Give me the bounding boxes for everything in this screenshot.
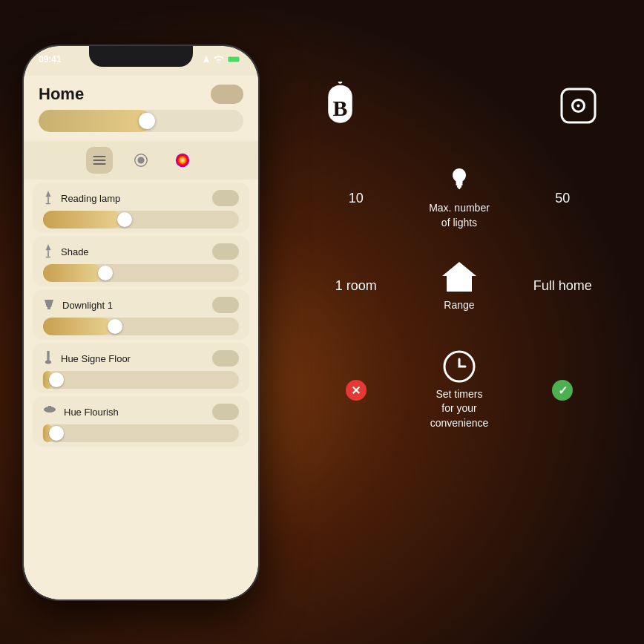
phone-notch: [89, 46, 193, 67]
lights-min-value: 10: [304, 191, 407, 206]
app-header: Home: [24, 76, 258, 110]
no-timers-icon: ✕: [346, 380, 367, 401]
bluetooth-feature: B: [320, 82, 361, 130]
light-item-row-2: Shade: [43, 243, 239, 260]
svg-rect-12: [47, 361, 49, 363]
lights-max-value: 50: [511, 191, 614, 206]
range-min: 1 room: [304, 278, 407, 294]
bridge-icon: [558, 85, 599, 126]
light-slider-1[interactable]: [43, 211, 239, 229]
light-name-1: Reading lamp: [61, 193, 120, 204]
lights-center: Max. numberof lights: [407, 167, 510, 230]
svg-rect-8: [46, 257, 51, 258]
app-title: Home: [39, 85, 84, 104]
bluetooth-icon: B: [320, 82, 361, 130]
light-slider-5[interactable]: [43, 424, 239, 442]
svg-rect-9: [47, 307, 50, 309]
timers-label: Set timersfor yourconvenience: [430, 387, 489, 431]
light-item-left-5: Hue Flourish: [43, 406, 119, 418]
lights-list: Reading lamp: [24, 180, 258, 450]
tab-list[interactable]: [86, 147, 113, 174]
light-slider-2[interactable]: [43, 264, 239, 282]
light-toggle-3[interactable]: [212, 297, 239, 313]
wifi-icon: [214, 56, 224, 63]
tab-color[interactable]: [169, 147, 196, 174]
svg-rect-7: [47, 250, 49, 256]
svg-rect-23: [458, 188, 460, 189]
light-item-downlight: Downlight 1: [33, 289, 249, 340]
bridge-feature: [558, 85, 599, 126]
tab-scenes[interactable]: [128, 147, 154, 174]
light-item-signe-floor: Hue Signe Floor: [33, 343, 249, 393]
light-name-2: Shade: [61, 246, 89, 257]
svg-point-4: [176, 154, 189, 167]
svg-point-20: [576, 105, 579, 108]
light-name-4: Hue Signe Floor: [61, 353, 131, 364]
light-slider-thumb-5: [49, 426, 64, 441]
lamp-icon-2: [43, 244, 53, 259]
light-item-shade: Shade: [33, 236, 249, 286]
screen-content: Home: [24, 76, 258, 599]
range-row: 1 room Range Full home: [289, 260, 629, 313]
light-slider-4[interactable]: [43, 371, 239, 389]
lamp-icon-1: [43, 191, 53, 206]
light-slider-3[interactable]: [43, 318, 239, 335]
battery-icon: [227, 56, 243, 63]
svg-rect-6: [46, 203, 51, 205]
top-icons-row: B: [289, 82, 629, 130]
brightness-thumb: [139, 113, 155, 129]
light-slider-thumb-1: [117, 212, 132, 227]
color-icon: [174, 152, 191, 168]
downlight-icon: [43, 298, 55, 312]
brightness-fill: [39, 110, 151, 132]
svg-rect-21: [456, 183, 462, 185]
brightness-slider[interactable]: [39, 110, 243, 132]
list-icon: [92, 153, 107, 168]
svg-rect-5: [47, 197, 49, 203]
range-label: Range: [444, 298, 474, 313]
range-center: Range: [407, 260, 510, 313]
light-slider-fill-3: [43, 318, 111, 335]
light-item-flourish: Hue Flourish: [33, 396, 249, 447]
svg-rect-22: [457, 185, 461, 188]
svg-rect-10: [47, 351, 49, 361]
light-toggle-5[interactable]: [212, 404, 239, 420]
light-toggle-4[interactable]: [212, 350, 239, 367]
svg-point-17: [338, 82, 343, 84]
phone-frame: 09:41 Ho: [22, 45, 260, 601]
svg-point-2: [137, 157, 144, 163]
light-slider-thumb-2: [98, 266, 113, 280]
home-icon: [441, 260, 478, 294]
light-item-row-4: Hue Signe Floor: [43, 350, 239, 367]
svg-rect-14: [48, 406, 51, 410]
svg-text:B: B: [333, 96, 348, 120]
status-icons: [202, 55, 243, 64]
light-item-left-2: Shade: [43, 244, 89, 259]
light-item-row: Reading lamp: [43, 190, 239, 206]
light-item-left-4: Hue Signe Floor: [43, 351, 131, 366]
timers-row: ✕ Set timersfor yourconvenience ✓: [289, 350, 629, 431]
light-item-row-5: Hue Flourish: [43, 404, 239, 420]
location-icon: [202, 55, 211, 64]
range-max: Full home: [511, 278, 614, 294]
floor-lamp-icon: [43, 351, 53, 366]
light-toggle-1[interactable]: [212, 190, 239, 206]
light-toggle-2[interactable]: [212, 243, 239, 260]
clock-icon: [443, 350, 476, 383]
timers-center: Set timersfor yourconvenience: [407, 350, 510, 431]
ceiling-lamp-icon: [43, 406, 56, 418]
light-slider-thumb-3: [108, 319, 122, 334]
light-slider-thumb-4: [49, 372, 64, 387]
light-item-row-3: Downlight 1: [43, 297, 239, 313]
features-panel: B 10 Max. numberof lights 50: [289, 59, 629, 629]
home-toggle[interactable]: [211, 85, 243, 104]
light-name-5: Hue Flourish: [64, 407, 119, 418]
light-slider-fill-2: [43, 264, 102, 282]
scenes-icon: [133, 152, 149, 168]
max-lights-row: 10 Max. numberof lights 50: [289, 167, 629, 230]
status-time: 09:41: [39, 54, 62, 65]
lights-label: Max. numberof lights: [429, 201, 490, 230]
phone-mockup: 09:41 Ho: [22, 45, 260, 601]
light-item-left-3: Downlight 1: [43, 298, 113, 312]
phone-screen: 09:41 Ho: [24, 46, 258, 599]
